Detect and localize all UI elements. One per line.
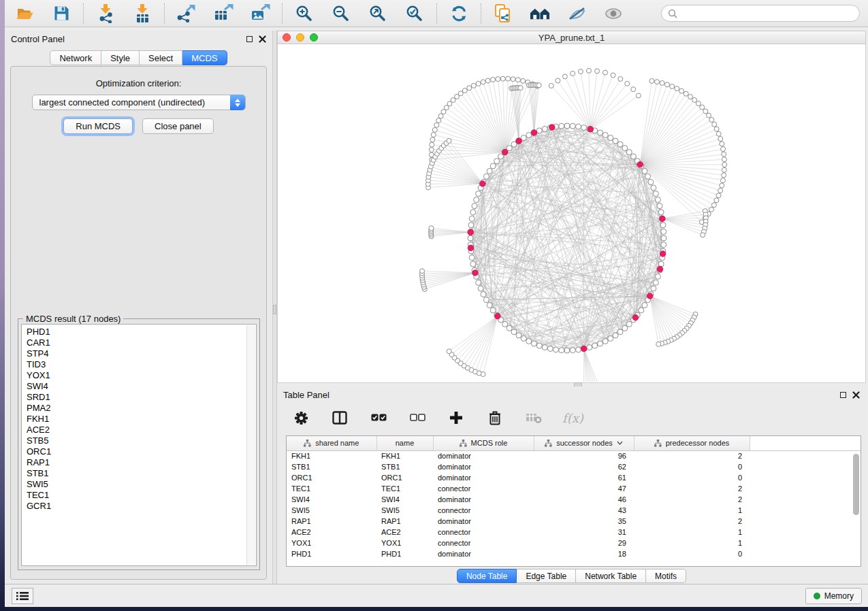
cell-role[interactable]: dominator [433,516,534,527]
cell-name[interactable]: STB1 [376,461,433,472]
mcds-result-item[interactable]: CAR1 [27,337,245,348]
splitter-grip[interactable] [273,305,276,314]
tab-mcds[interactable]: MCDS [182,50,227,65]
mcds-result-item[interactable]: GCR1 [27,501,245,512]
cell-successors[interactable]: 96 [534,450,634,461]
cell-predecessors[interactable]: 0 [634,472,750,483]
table-row[interactable]: SWI4SWI4dominator462 [287,494,861,505]
mcds-result-item[interactable]: YOX1 [27,370,245,381]
cell-predecessors[interactable]: 1 [634,538,750,548]
cell-shared_name[interactable]: FKH1 [287,450,376,461]
cell-role[interactable]: dominator [433,494,534,505]
new-network-from-selection-icon[interactable] [493,3,513,24]
cell-role[interactable]: dominator [433,461,534,472]
maximize-window-icon[interactable] [310,33,318,42]
criterion-dropdown[interactable]: largest connected component (undirected) [32,95,246,110]
export-image-icon[interactable] [250,3,270,24]
cell-shared_name[interactable]: SWI5 [287,505,376,516]
mcds-result-item[interactable]: FKH1 [27,414,245,425]
table-row[interactable]: RAP1RAP1dominator352 [287,516,861,527]
cell-role[interactable]: connector [433,483,534,494]
show-graphics-details-icon[interactable] [603,3,624,24]
cell-shared_name[interactable]: ACE2 [287,527,376,538]
mcds-result-item[interactable]: ACE2 [27,425,245,435]
cell-name[interactable]: TEC1 [376,483,433,494]
table-row[interactable]: STB1STB1dominator620 [287,461,861,472]
mcds-result-item[interactable]: STB5 [27,435,245,446]
cell-predecessors[interactable]: 0 [634,548,750,559]
column-selector-icon[interactable] [329,408,350,428]
memory-button[interactable]: Memory [805,588,862,604]
search-box[interactable] [661,5,860,22]
cell-role[interactable]: connector [433,538,534,548]
cell-name[interactable]: ORC1 [376,472,433,483]
cell-successors[interactable]: 31 [534,527,634,538]
mcds-result-list[interactable]: PHD1CAR1STP4TID3YOX1SWI4SRD1PMA2FKH1ACE2… [21,324,257,566]
cell-shared_name[interactable]: PHD1 [287,548,376,559]
column-header-shared-name[interactable]: shared name [287,436,376,450]
import-table-icon[interactable] [132,3,152,24]
zoom-out-icon[interactable] [331,3,351,24]
cell-shared_name[interactable]: STB1 [287,461,376,472]
close-panel-icon[interactable] [259,35,266,43]
mcds-result-item[interactable]: TEC1 [27,490,245,501]
task-history-button[interactable] [12,588,33,604]
first-neighbors-icon[interactable] [530,3,550,24]
cell-successors[interactable]: 62 [534,461,634,472]
mcds-result-item[interactable]: PMA2 [27,403,245,414]
cell-name[interactable]: PHD1 [376,548,433,559]
cell-name[interactable]: ACE2 [376,527,433,538]
tab-style[interactable]: Style [101,50,140,65]
network-graph[interactable] [278,44,865,382]
import-network-icon[interactable] [95,3,116,24]
add-row-icon[interactable] [446,408,466,428]
mcds-result-item[interactable]: ORC1 [27,446,245,457]
table-row[interactable]: TEC1TEC1connector472 [287,483,861,494]
function-builder-icon[interactable]: f(x) [562,411,583,425]
zoom-selected-icon[interactable] [404,3,425,24]
cell-role[interactable]: dominator [433,548,534,559]
cell-name[interactable]: RAP1 [376,516,433,527]
tab-edge-table[interactable]: Edge Table [517,569,576,583]
cell-successors[interactable]: 47 [534,483,634,494]
table-row[interactable]: PHD1PHD1dominator180 [287,548,861,559]
cell-name[interactable]: YOX1 [376,538,433,548]
minimize-window-icon[interactable] [296,33,304,42]
list-scrollbar[interactable] [246,325,255,565]
cell-predecessors[interactable]: 2 [634,516,750,527]
delete-table-icon[interactable] [524,408,544,428]
cell-predecessors[interactable]: 2 [634,483,750,494]
float-panel-icon[interactable] [840,392,846,398]
tab-network-table[interactable]: Network Table [576,569,646,583]
cell-successors[interactable]: 18 [534,548,634,559]
cell-name[interactable]: SWI5 [376,505,433,516]
deselect-all-icon[interactable] [407,408,428,428]
table-row[interactable]: ORC1ORC1dominator610 [287,472,861,483]
cell-shared_name[interactable]: ORC1 [287,472,376,483]
zoom-in-icon[interactable] [294,3,315,24]
table-row[interactable]: ACE2ACE2connector311 [287,527,861,538]
vertical-splitter[interactable] [272,31,277,584]
cell-predecessors[interactable]: 0 [634,461,750,472]
cell-role[interactable]: dominator [433,450,534,461]
mcds-result-item[interactable]: SWI5 [27,479,245,490]
delete-row-icon[interactable] [485,408,505,428]
export-network-icon[interactable] [176,3,197,24]
mcds-result-item[interactable]: RAP1 [27,457,245,468]
mcds-result-item[interactable]: STP4 [27,348,245,359]
column-header-successor-nodes[interactable]: successor nodes [534,436,634,450]
close-panel-button[interactable]: Close panel [142,118,214,134]
tab-node-table[interactable]: Node Table [457,569,517,583]
open-file-icon[interactable] [14,3,35,24]
cell-shared_name[interactable]: SWI4 [287,494,376,505]
cell-name[interactable]: FKH1 [376,450,433,461]
float-panel-icon[interactable] [246,36,253,42]
tab-select[interactable]: Select [140,50,182,65]
select-all-icon[interactable] [368,408,389,428]
cell-predecessors[interactable]: 1 [634,505,750,516]
mcds-result-item[interactable]: STB1 [27,468,245,479]
cell-role[interactable]: connector [433,505,534,516]
run-mcds-button[interactable]: Run MCDS [63,118,133,134]
table-row[interactable]: FKH1FKH1dominator962 [287,450,861,461]
cell-shared_name[interactable]: TEC1 [287,483,376,494]
